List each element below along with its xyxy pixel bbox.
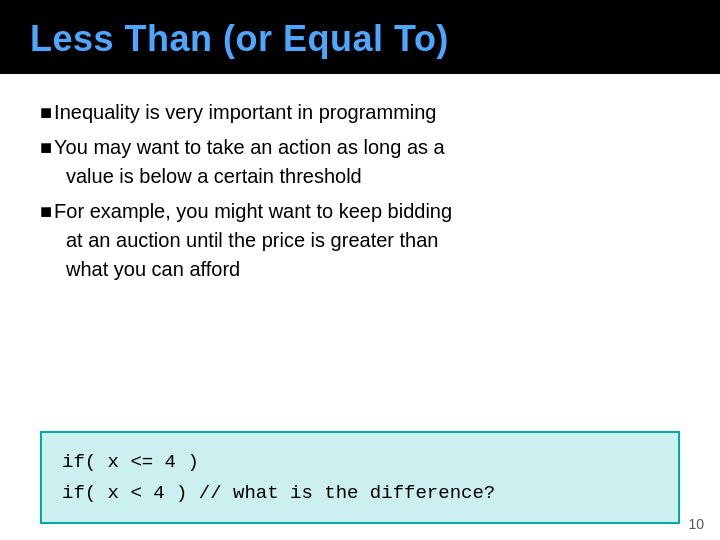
slide: Less Than (or Equal To) ■ Inequality is … bbox=[0, 0, 720, 540]
bullet-item-2-wrapper: ■ You may want to take an action as long… bbox=[40, 133, 680, 191]
bullet-list: ■ Inequality is very important in progra… bbox=[40, 98, 680, 284]
code-line-1: if( x <= 4 ) bbox=[62, 447, 658, 477]
bullet-text-2-line1: You may want to take an action as long a… bbox=[54, 133, 680, 162]
bullet-item-2: ■ You may want to take an action as long… bbox=[40, 133, 680, 162]
code-block: if( x <= 4 ) if( x < 4 ) // what is the … bbox=[40, 431, 680, 524]
code-line-2: if( x < 4 ) // what is the difference? bbox=[62, 478, 658, 508]
title-bar: Less Than (or Equal To) bbox=[0, 0, 720, 74]
slide-title: Less Than (or Equal To) bbox=[30, 18, 449, 59]
bullet-item-1: ■ Inequality is very important in progra… bbox=[40, 98, 680, 127]
bullet-marker-1: ■ bbox=[40, 98, 52, 127]
page-number: 10 bbox=[688, 516, 704, 532]
content-area: ■ Inequality is very important in progra… bbox=[0, 74, 720, 540]
bullet-marker-3: ■ bbox=[40, 197, 52, 226]
bullet-text-3-line2: at an auction until the price is greater… bbox=[40, 226, 680, 255]
bullet-text-2-line2: value is below a certain threshold bbox=[40, 162, 680, 191]
bullet-text-3-line1: For example, you might want to keep bidd… bbox=[54, 197, 680, 226]
bullet-item-3-wrapper: ■ For example, you might want to keep bi… bbox=[40, 197, 680, 284]
bullet-item-3: ■ For example, you might want to keep bi… bbox=[40, 197, 680, 226]
bullet-marker-2: ■ bbox=[40, 133, 52, 162]
bullet-text-1: Inequality is very important in programm… bbox=[54, 98, 680, 127]
bullet-text-3-line3: what you can afford bbox=[40, 255, 680, 284]
